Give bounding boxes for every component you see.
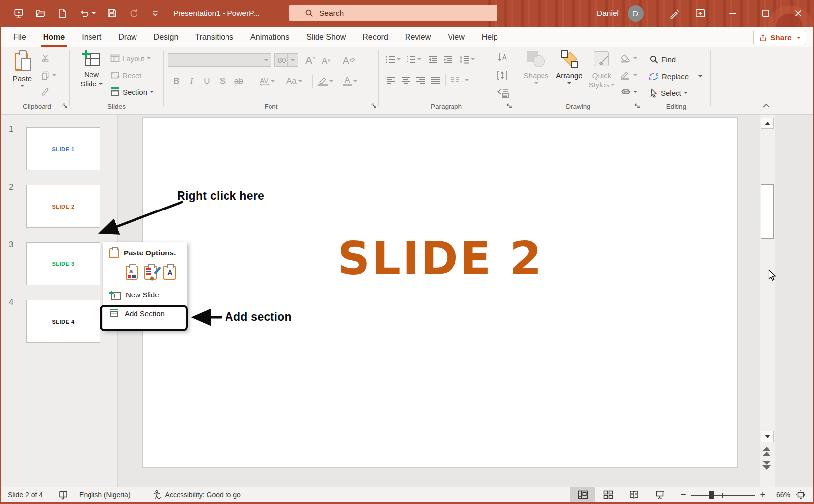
font-size-combobox[interactable]: 80 [274,53,298,67]
tab-file[interactable]: File [5,27,35,47]
save-icon[interactable] [106,7,118,19]
shape-outline-button[interactable] [620,68,637,82]
clipboard-dialog-launcher-icon[interactable] [62,103,68,109]
shapes-dropdown-icon[interactable] [534,82,538,84]
font-name-combobox[interactable] [168,53,271,67]
align-right-button[interactable] [415,76,426,84]
highlight-color-button[interactable] [318,74,333,88]
customize-qat-icon[interactable] [149,7,161,19]
new-file-icon[interactable] [56,7,68,19]
zoom-out-button[interactable]: − [679,489,687,500]
font-dialog-launcher-icon[interactable] [371,103,377,109]
select-dropdown-icon[interactable] [684,92,688,94]
vertical-scrollbar[interactable] [760,115,775,487]
avatar[interactable]: D [628,5,644,22]
character-spacing-dropdown-icon[interactable] [271,80,275,82]
font-name-dropdown-icon[interactable] [264,59,268,61]
paragraph-dialog-launcher-icon[interactable] [507,103,512,109]
close-button[interactable] [787,0,809,27]
drawing-dialog-launcher-icon[interactable] [635,103,640,109]
highlight-dropdown-icon[interactable] [329,80,333,82]
copy-button[interactable] [41,68,56,82]
paste-use-destination-theme-icon[interactable] [144,263,157,280]
tab-draw[interactable]: Draw [110,27,145,47]
font-size-dropdown-icon[interactable] [291,59,295,61]
scrollbar-thumb[interactable] [761,184,774,239]
presenter-coach-icon[interactable] [664,0,685,27]
clear-formatting-button[interactable]: A [343,52,355,66]
shape-effects-button[interactable] [620,85,637,99]
collapse-ribbon-button[interactable] [762,103,770,110]
quick-styles-button[interactable]: QuickStyles [587,50,617,89]
line-spacing-button[interactable] [459,55,470,64]
bullets-dropdown-icon[interactable] [397,58,401,60]
zoom-slider-thumb[interactable] [709,491,714,499]
justify-button[interactable] [430,76,441,84]
slideshow-view-button[interactable] [647,487,673,503]
change-case-dropdown-icon[interactable] [298,80,302,82]
align-center-button[interactable] [401,76,411,84]
align-left-button[interactable] [386,76,396,84]
reset-button[interactable]: Reset [110,68,141,82]
scroll-up-button[interactable] [761,118,774,129]
change-case-button[interactable]: Aa [286,74,302,88]
shape-fill-button[interactable] [620,51,637,65]
user-name[interactable]: Daniel [597,9,619,18]
shape-outline-dropdown-icon[interactable] [633,74,637,76]
slide-canvas[interactable]: SLIDE 2 [142,117,738,468]
language-indicator[interactable]: English (Nigeria) [79,491,130,499]
select-button[interactable]: Select [649,86,688,100]
arrange-dropdown-icon[interactable] [567,82,571,84]
paste-keep-source-formatting-icon[interactable] [125,263,138,280]
quick-styles-dropdown-icon[interactable] [611,84,615,86]
shape-effects-dropdown-icon[interactable] [633,91,637,93]
search-box[interactable]: Search [289,5,497,21]
tab-animations[interactable]: Animations [242,27,298,47]
open-file-icon[interactable] [35,7,46,19]
slide-thumbnail-3[interactable]: SLIDE 3 [26,242,100,285]
share-button[interactable]: Share [753,30,806,45]
format-painter-button[interactable] [41,85,50,99]
normal-view-button[interactable] [570,487,595,503]
new-slide-button[interactable]: NewSlide [76,50,107,88]
section-dropdown-icon[interactable] [150,91,154,93]
increase-indent-button[interactable] [442,55,453,64]
line-spacing-dropdown-icon[interactable] [471,58,475,60]
slide-sorter-view-button[interactable] [595,487,621,503]
convert-to-smartart-button[interactable] [497,86,509,100]
zoom-in-button[interactable]: + [759,489,767,500]
tab-record[interactable]: Record [354,27,397,47]
copy-dropdown-icon[interactable] [52,74,56,76]
italic-button[interactable]: I [184,76,199,86]
maximize-button[interactable] [755,0,776,27]
slide-thumbnail-4[interactable]: SLIDE 4 [26,300,100,343]
slide-title-text[interactable]: SLIDE 2 [143,232,737,285]
zoom-slider[interactable] [691,487,755,503]
arrange-button[interactable]: Arrange [554,50,585,84]
character-spacing-button[interactable]: AV [260,74,275,88]
bold-button[interactable]: B [169,76,184,86]
scroll-down-button[interactable] [761,431,774,442]
tab-transitions[interactable]: Transitions [186,27,242,47]
next-slide-button[interactable] [762,461,771,470]
tab-review[interactable]: Review [397,27,439,47]
paste-dropdown-icon[interactable] [20,85,24,87]
fit-slide-to-window-button[interactable] [795,489,806,500]
reading-view-button[interactable] [621,487,647,503]
section-button[interactable]: Section [110,85,154,99]
font-color-dropdown-icon[interactable] [353,80,357,82]
numbering-button[interactable] [406,55,416,64]
spell-check-button[interactable] [58,490,68,500]
previous-slide-button[interactable] [762,447,771,456]
layout-button[interactable]: Layout [110,51,151,65]
tab-slide-show[interactable]: Slide Show [298,27,354,47]
zoom-level[interactable]: 66% [767,491,790,499]
tab-help[interactable]: Help [473,27,506,47]
font-color-button[interactable]: A [343,74,357,88]
decrease-indent-button[interactable] [427,55,438,64]
minimize-button[interactable] [722,0,744,27]
text-shadow-button[interactable]: S [215,76,230,86]
undo-dropdown-icon[interactable] [92,12,96,14]
start-slideshow-icon[interactable] [13,7,25,19]
columns-dropdown-icon[interactable] [465,79,469,81]
